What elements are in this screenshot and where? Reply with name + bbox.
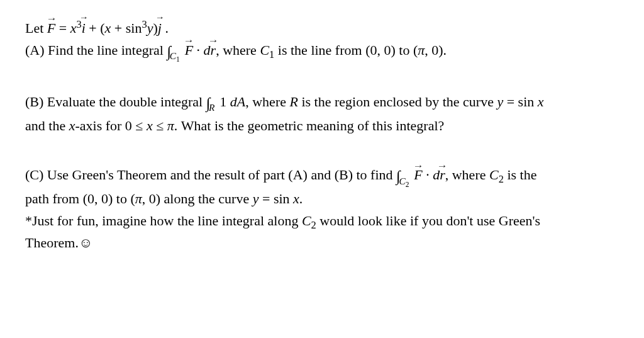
text: = xyxy=(55,20,70,36)
smiley-icon: ☺ xyxy=(79,235,92,251)
pi: π xyxy=(418,42,425,58)
text: -axis for 0 ≤ xyxy=(75,118,147,133)
text: , where xyxy=(216,42,260,58)
var-x: x xyxy=(538,94,544,110)
pi: π xyxy=(167,118,174,133)
var-x: x xyxy=(70,20,77,36)
text: . What is the geometric meaning of this … xyxy=(174,118,444,133)
vector-F: F xyxy=(47,19,55,38)
text: · xyxy=(423,167,433,183)
text: (A) Find the line integral xyxy=(25,42,167,58)
part-c-line1: (C) Use Green's Theorem and the result o… xyxy=(25,166,619,187)
var-x: x xyxy=(147,118,153,133)
text: + ( xyxy=(86,20,105,36)
text: is the line from (0, 0) to ( xyxy=(274,42,418,58)
dA: dA xyxy=(230,94,245,110)
text: (C) Use Green's Theorem and the result o… xyxy=(25,167,396,183)
text: · xyxy=(193,42,204,58)
text: + sin xyxy=(111,20,142,36)
text: path from (0, 0) to ( xyxy=(25,191,135,206)
text: is the region enclosed by the curve xyxy=(298,94,497,110)
text: = sin xyxy=(258,191,293,206)
unit-i: i xyxy=(82,19,86,38)
text: , where xyxy=(445,167,489,183)
exponent: 3 xyxy=(142,18,147,30)
intro-line: Let F = x3i + (x + sin3y)j . xyxy=(25,19,619,38)
vector-F: F xyxy=(185,41,193,60)
part-c-line3: *Just for fun, imagine how the line inte… xyxy=(25,211,619,231)
text: , where xyxy=(245,94,289,110)
vector-F: F xyxy=(414,166,422,185)
text: *Just for fun, imagine how the line inte… xyxy=(25,213,302,228)
part-b-line1: (B) Evaluate the double integral ∫R 1 dA… xyxy=(25,93,619,114)
integral-sub: C1 xyxy=(170,50,180,61)
problem-intro-and-a: Let F = x3i + (x + sin3y)j . (A) Find th… xyxy=(25,19,619,62)
var-x: x xyxy=(293,191,299,206)
part-b: (B) Evaluate the double integral ∫R 1 dA… xyxy=(25,93,619,136)
text: is the xyxy=(504,167,537,183)
subscript: 2 xyxy=(499,174,504,186)
var-C: C xyxy=(260,42,269,58)
integral-sub: R xyxy=(209,102,214,113)
part-b-line2: and the x-axis for 0 ≤ x ≤ π. What is th… xyxy=(25,116,619,136)
part-a-line: (A) Find the line integral ∫C1 F · dr, w… xyxy=(25,41,619,62)
text: ≤ xyxy=(153,118,167,133)
text: 1 xyxy=(216,94,230,110)
var-x: x xyxy=(105,20,111,36)
text: would look like if you don't use Green's xyxy=(316,213,540,228)
vector-r: r xyxy=(211,41,216,60)
unit-j: j xyxy=(158,19,162,38)
text: , 0). xyxy=(425,42,447,58)
part-c-line4: Theorem.☺ xyxy=(25,234,619,253)
var-y: y xyxy=(147,20,153,36)
pi: π xyxy=(135,191,142,206)
vector-r: r xyxy=(440,166,445,185)
text: . xyxy=(299,191,303,206)
var-y: y xyxy=(253,191,259,206)
var-C: C xyxy=(302,213,311,228)
part-c: (C) Use Green's Theorem and the result o… xyxy=(25,166,619,252)
part-c-line2: path from (0, 0) to (π, 0) along the cur… xyxy=(25,189,619,209)
text: , 0) along the curve xyxy=(142,191,253,206)
subscript: 2 xyxy=(311,219,316,231)
text: Theorem. xyxy=(25,235,79,251)
text: = sin xyxy=(503,94,538,110)
text: and the xyxy=(25,118,69,133)
var-R: R xyxy=(289,94,297,110)
integral-sub: C2 xyxy=(399,176,409,186)
var-y: y xyxy=(497,94,503,110)
text: Let xyxy=(25,20,47,36)
var-x: x xyxy=(69,118,75,133)
var-C: C xyxy=(489,167,499,183)
text: (B) Evaluate the double integral xyxy=(25,94,206,110)
